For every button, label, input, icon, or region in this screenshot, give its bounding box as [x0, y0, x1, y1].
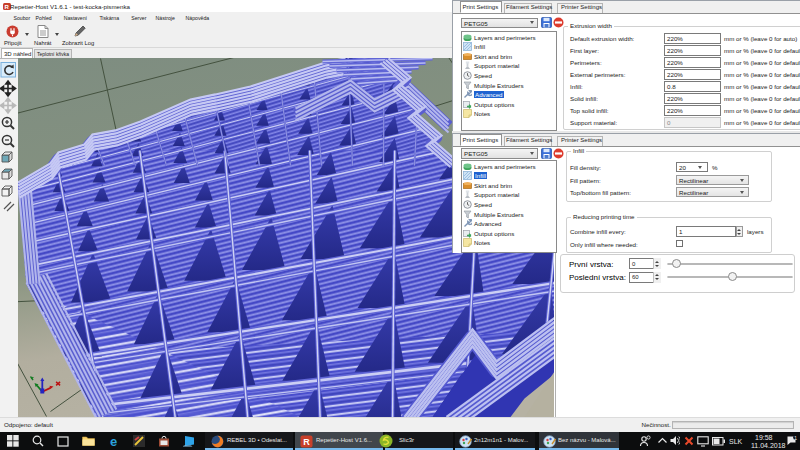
- svg-text:R: R: [303, 437, 310, 447]
- svg-text:1: 1: [794, 435, 797, 441]
- svg-text:e: e: [110, 434, 117, 448]
